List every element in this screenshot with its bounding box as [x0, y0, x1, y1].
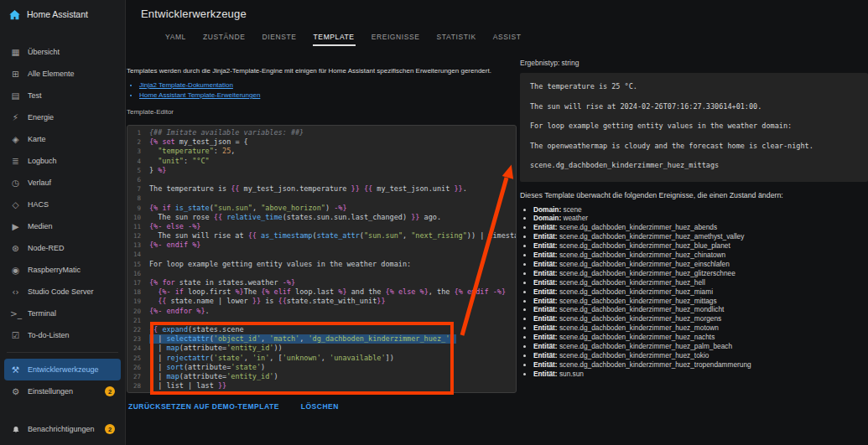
clear-button[interactable]: LÖSCHEN [301, 402, 339, 411]
line-number: 17 [127, 278, 141, 287]
sidebar-item-studio-code-server[interactable]: ‹›Studio Code Server [4, 281, 121, 303]
watched-item-label: Entität: [533, 370, 558, 378]
watched-item-value: scene.dg_dachboden_kinderzimmer_huez_chi… [558, 251, 726, 259]
line-number: 22 [127, 325, 141, 334]
template-editor[interactable]: 1234567891011121314151617181920212223242… [127, 125, 517, 393]
line-number: 28 [127, 381, 141, 391]
sidebar-item-label: Test [28, 91, 42, 100]
media-play-icon: ▶ [10, 221, 21, 231]
line-number: 8 [127, 194, 141, 203]
sidebar-item-benachrichtigungen[interactable]: Benachrichtigungen 2 [4, 418, 121, 440]
watched-item: Entität: scene.dg_dachboden_kinderzimmer… [533, 223, 868, 232]
watched-item-value: scene.dg_dachboden_kinderzimmer_huez_pal… [558, 342, 732, 350]
code-line: "unit": "°C" [149, 157, 516, 166]
sidebar-item-ubersicht[interactable]: ▦Übersicht [4, 41, 121, 63]
sidebar-item-logbuch[interactable]: ≣Logbuch [4, 150, 121, 172]
line-number: 5 [127, 166, 141, 175]
sidebar-item-label: Benachrichtigungen [28, 425, 95, 433]
tab-template[interactable]: TEMPLATE [313, 28, 356, 46]
watched-item: Entität: sun.sun [533, 370, 868, 379]
watched-item-label: Domain: [533, 214, 561, 222]
app-title: Home Assistant [27, 9, 88, 19]
line-number: 3 [127, 147, 141, 156]
sidebar-item-alle-elemente[interactable]: ⊞Alle Elemente [4, 63, 121, 85]
line-number: 6 [127, 175, 141, 184]
sidebar-item-label: Medien [28, 222, 53, 230]
sidebar-item-to-do-listen[interactable]: ☑To-do-Listen [4, 324, 121, 346]
sidebar-item-hacs[interactable]: ◇HACS [4, 194, 121, 215]
lightning-icon: ⚡ [10, 112, 21, 122]
sidebar-item-label: Energie [28, 113, 54, 122]
watched-item-label: Entität: [533, 297, 558, 305]
line-number: 2 [127, 137, 141, 147]
sidebar-item-label: To-do-Listen [28, 331, 70, 339]
template-pane: Templates werden durch die Jinja2-Templa… [127, 49, 517, 411]
code-line: | list | last }} [149, 381, 516, 391]
sidebar-item-entwicklerwerkzeuge[interactable]: ⚒Entwicklerwerkzeuge [4, 359, 121, 380]
sidebar-item-terminal[interactable]: >_Terminal [4, 303, 121, 324]
sidebar-item-raspberrymatic[interactable]: ◉RaspberryMatic [4, 259, 121, 281]
code-line: The sun will rise at {{ as_timestamp(sta… [149, 231, 516, 241]
code-line [149, 316, 516, 325]
watched-item: Entität: scene.dg_dachboden_kinderzimmer… [533, 342, 868, 351]
tab-statistik[interactable]: STATISTIK [436, 28, 477, 44]
sidebar-item-node-red[interactable]: ⊛Node-RED [4, 237, 121, 259]
link-jinja2-template-dokumentation[interactable]: Jinja2 Template-Dokumentation [139, 81, 233, 89]
link-home-assistant-template-erweiterungen[interactable]: Home Assistant Template-Erweiterungen [139, 91, 260, 99]
code-line [149, 194, 516, 203]
code-line [149, 250, 516, 259]
sidebar: Home Assistant ▦Übersicht⊞Alle Elemente▤… [0, 0, 126, 445]
code-line: {% if is_state("sun.sun", "above_horizon… [149, 204, 516, 213]
watched-item-label: Entität: [533, 314, 558, 323]
line-number: 15 [127, 260, 141, 269]
watched-item-value: scene.dg_dachboden_kinderzimmer_huez_mon… [558, 305, 725, 313]
sidebar-item-label: Karte [28, 135, 46, 143]
code-line: {% for state in states.weather -%} [149, 278, 516, 287]
watched-item: Entität: scene.dg_dachboden_kinderzimmer… [533, 232, 868, 241]
watched-item-label: Entität: [533, 351, 558, 360]
sidebar-item-test[interactable]: ▤Test [4, 85, 121, 106]
line-number: 12 [127, 231, 141, 241]
code-line: {{ state.name | lower }} is {{state.stat… [149, 297, 516, 306]
watched-item: Entität: scene.dg_dachboden_kinderzimmer… [533, 314, 868, 323]
sidebar-item-einstellungen[interactable]: ⚙Einstellungen2 [4, 380, 121, 402]
sidebar-item-label: Einstellungen [28, 387, 73, 396]
sidebar-item-energie[interactable]: ⚡Energie [4, 106, 121, 128]
watched-item-value: scene.dg_dachboden_kinderzimmer_huez_tro… [558, 360, 751, 369]
terminal-icon: >_ [10, 308, 21, 318]
sidebar-item-karte[interactable]: ◈Karte [4, 128, 121, 150]
gear-icon: ⚙ [10, 386, 21, 396]
watched-item: Entität: scene.dg_dachboden_kinderzimmer… [533, 297, 868, 306]
raspberrymatic-icon: ◉ [10, 265, 21, 275]
watched-item: Entität: scene.dg_dachboden_kinderzimmer… [533, 360, 868, 370]
template-description: Templates werden durch die Jinja2-Templa… [127, 67, 517, 75]
watched-item-label: Entität: [533, 269, 558, 277]
watched-item: Domain: weather [533, 214, 868, 223]
watched-item: Entität: scene.dg_dachboden_kinderzimmer… [533, 241, 868, 251]
sidebar-header: Home Assistant [0, 0, 125, 28]
line-number: 14 [127, 250, 141, 259]
code-line: | map(attribute='entity_id') [149, 372, 516, 381]
sidebar-item-label: Logbuch [28, 157, 57, 165]
watched-item: Entität: scene.dg_dachboden_kinderzimmer… [533, 251, 868, 260]
tab-assist[interactable]: ASSIST [492, 28, 522, 44]
code-line: | selectattr('object_id', 'match', 'dg_d… [149, 334, 456, 344]
result-line: The sun will rise at 2024-02-26T07:16:27… [530, 102, 858, 111]
history-clock-icon: ◷ [10, 178, 21, 188]
sidebar-item-label: Node-RED [28, 244, 65, 252]
reset-demo-template-button[interactable]: ZURÜCKSETZEN AUF DEMO-TEMPLATE [128, 402, 279, 411]
sidebar-item-verlauf[interactable]: ◷Verlauf [4, 172, 121, 194]
tab-yaml[interactable]: YAML [164, 28, 187, 44]
tab-zustande[interactable]: ZUSTÄNDE [202, 28, 247, 44]
watched-item-value: scene.dg_dachboden_kinderzimmer_huez_mit… [558, 297, 717, 305]
line-number: 20 [127, 307, 141, 316]
code-line: {{ expand(states.scene [149, 325, 516, 334]
sidebar-item-medien[interactable]: ▶Medien [4, 215, 121, 237]
code-line: The sun rose {{ relative_time(states.sun… [149, 213, 516, 222]
tab-ereignisse[interactable]: EREIGNISSE [371, 28, 421, 44]
line-number: 25 [127, 354, 141, 363]
watched-item-value: scene.dg_dachboden_kinderzimmer_huez_hel… [558, 278, 705, 287]
editor-code[interactable]: {## Imitate available variables: ##}{% s… [144, 128, 516, 392]
watched-item-value: scene.dg_dachboden_kinderzimmer_huez_mot… [558, 323, 719, 332]
tab-dienste[interactable]: DIENSTE [262, 28, 298, 44]
